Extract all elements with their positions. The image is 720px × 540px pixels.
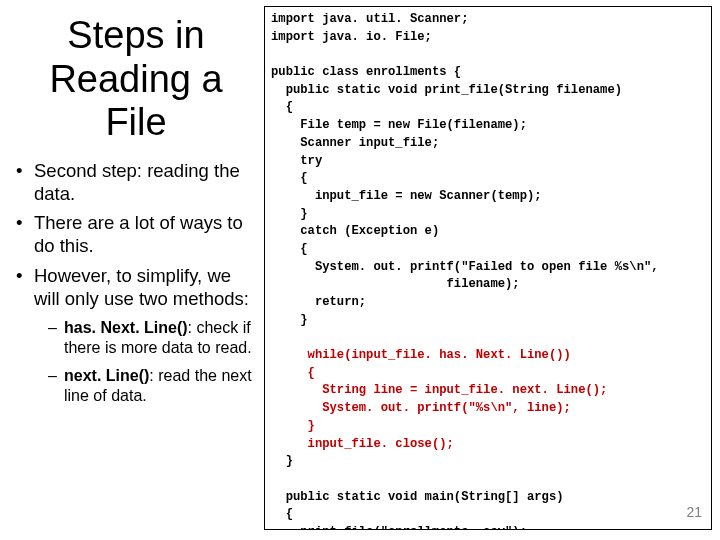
code-line-highlight: while(input_file. has. Next. Line()) xyxy=(271,348,571,362)
code-line: Scanner input_file; xyxy=(271,136,439,150)
code-line: input_file = new Scanner(temp); xyxy=(271,189,542,203)
sub-item: next. Line(): read the next line of data… xyxy=(34,366,256,406)
code-line: import java. io. File; xyxy=(271,30,432,44)
code-line: public static void main(String[] args) xyxy=(271,490,564,504)
sub-bold: has. Next. Line() xyxy=(64,319,188,336)
code-line: catch (Exception e) xyxy=(271,224,439,238)
left-column: Steps in Reading a File Second step: rea… xyxy=(0,0,260,540)
slide-title: Steps in Reading a File xyxy=(16,14,256,145)
code-line: { xyxy=(271,100,293,114)
code-line-highlight: String line = input_file. next. Line(); xyxy=(271,383,607,397)
code-line: } xyxy=(271,207,308,221)
code-line: filename); xyxy=(271,277,520,291)
code-line-highlight: { xyxy=(271,366,315,380)
code-line: { xyxy=(271,171,308,185)
sub-list: has. Next. Line(): check if there is mor… xyxy=(34,318,256,406)
right-column: import java. util. Scanner; import java.… xyxy=(260,0,720,540)
code-line-highlight: System. out. printf("%s\n", line); xyxy=(271,401,571,415)
code-line: try xyxy=(271,154,322,168)
bullet-list: Second step: reading the data. There are… xyxy=(16,159,256,406)
slide: Steps in Reading a File Second step: rea… xyxy=(0,0,720,540)
code-line: return; xyxy=(271,295,366,309)
page-number: 21 xyxy=(686,504,702,520)
code-line: { xyxy=(271,507,293,521)
code-line-highlight: } xyxy=(271,419,315,433)
bullet-item: Second step: reading the data. xyxy=(16,159,256,205)
bullet-item: However, to simplify, we will only use t… xyxy=(16,264,256,406)
code-line: } xyxy=(271,454,293,468)
code-line: } xyxy=(271,313,308,327)
sub-bold: next. Line() xyxy=(64,367,149,384)
code-line: System. out. printf("Failed to open file… xyxy=(271,260,659,274)
code-block: import java. util. Scanner; import java.… xyxy=(264,6,712,530)
code-line: File temp = new File(filename); xyxy=(271,118,527,132)
code-line: import java. util. Scanner; xyxy=(271,12,468,26)
code-line-highlight: input_file. close(); xyxy=(271,437,454,451)
sub-item: has. Next. Line(): check if there is mor… xyxy=(34,318,256,358)
code-line: public static void print_file(String fil… xyxy=(271,83,622,97)
code-line: public class enrollments { xyxy=(271,65,461,79)
code-line: print_file("enrollments. csv"); xyxy=(271,525,527,530)
bullet-text: However, to simplify, we will only use t… xyxy=(34,265,249,309)
bullet-item: There are a lot of ways to do this. xyxy=(16,211,256,257)
code-line: { xyxy=(271,242,308,256)
